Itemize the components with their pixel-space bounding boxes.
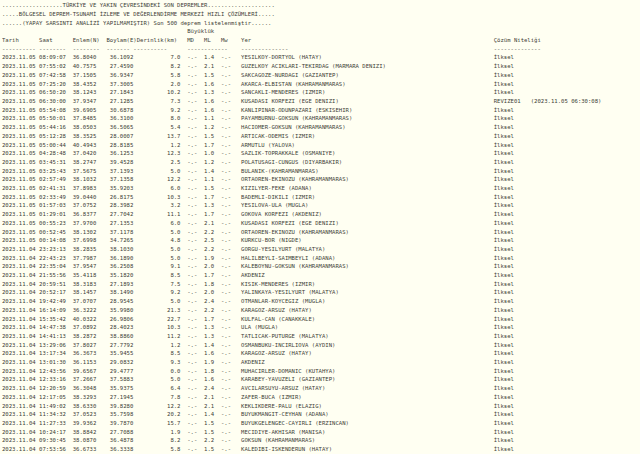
table-row: 2023.11.04 22:43:23 37.7987 36.1890 5.0 …: [2, 253, 640, 262]
table-row: 2023.11.04 12:33:16 37.2667 37.5883 5.0 …: [2, 375, 640, 384]
table-row: 2023.11.05 06:50:20 38.1243 27.1843 10.2…: [2, 88, 640, 97]
table-row: 2023.11.04 21:55:56 35.4118 35.1820 8.5 …: [2, 271, 640, 280]
table-row: 2023.11.04 13:29:06 37.8027 27.7792 1.2 …: [2, 340, 640, 349]
table-row: 2023.11.05 05:12:28 38.3525 28.0007 13.7…: [2, 132, 640, 141]
table-row: 2023.11.04 11:27:33 39.9362 39.7870 15.7…: [2, 419, 640, 428]
table-row: 2023.11.04 22:35:04 37.9547 36.2508 9.1 …: [2, 262, 640, 271]
table-row: 2023.11.04 16:14:09 36.3222 35.9980 21.3…: [2, 306, 640, 315]
table-row: 2023.11.05 05:00:44 40.4943 28.8185 1.2 …: [2, 140, 640, 149]
table-row: 2023.11.04 13:01:30 36.1153 29.0832 9.3 …: [2, 358, 640, 367]
column-header-row: Tarih Saat Enlem(N) Boylam(E)Derinlik(km…: [2, 36, 640, 45]
table-row: 2023.11.05 01:57:03 37.0752 28.3982 3.2 …: [2, 201, 640, 210]
table-row: 2023.11.05 06:30:00 37.9347 27.1285 7.3 …: [2, 97, 640, 106]
table-row: 2023.11.05 05:44:16 38.0503 36.5065 5.4 …: [2, 123, 640, 132]
table-row: 2023.11.05 08:09:07 36.8040 36.1092 7.0 …: [2, 53, 640, 62]
table-row: 2023.11.04 14:41:13 38.2872 38.8860 11.2…: [2, 332, 640, 341]
table-row: 2023.11.04 11:49:02 38.6330 39.8280 12.2…: [2, 401, 640, 410]
table-row: 2023.11.04 07:53:56 36.6733 36.3338 5.8 …: [2, 445, 640, 454]
magnitude-group-label: Büyüklük: [2, 27, 640, 36]
table-row: 2023.11.05 02:57:49 38.1032 37.1358 12.2…: [2, 175, 640, 184]
table-row: 2023.11.04 14:47:38 37.0892 28.4023 10.3…: [2, 323, 640, 332]
table-row: 2023.11.04 11:34:32 37.0523 35.7598 20.2…: [2, 410, 640, 419]
table-row: 2023.11.04 09:30:45 38.0870 36.4878 8.2 …: [2, 436, 640, 445]
table-row: 2023.11.05 00:14:08 37.6998 34.7265 4.8 …: [2, 236, 640, 245]
table-row: 2023.11.05 03:25:43 37.5675 37.1393 5.0 …: [2, 166, 640, 175]
table-row: 2023.11.05 05:50:01 37.8485 36.3100 8.0 …: [2, 114, 640, 123]
table-row: 2023.11.04 12:43:56 39.6567 29.4777 0.0 …: [2, 367, 640, 376]
listing-area: ..................TÜRKİYE VE YAKIN ÇEVRE…: [0, 0, 640, 454]
table-row: 2023.11.04 12:20:59 36.3048 35.9375 6.4 …: [2, 384, 640, 393]
table-row: 2023.11.05 01:29:01 36.8377 27.7042 11.1…: [2, 210, 640, 219]
earthquake-list-page: ..................TÜRKİYE VE YAKIN ÇEVRE…: [0, 0, 640, 454]
table-row: 2023.11.04 12:17:05 38.3293 27.1945 7.8 …: [2, 393, 640, 402]
table-row: 2023.11.04 19:42:49 37.0707 28.9545 5.0 …: [2, 297, 640, 306]
table-row: 2023.11.05 07:25:20 38.4352 37.3005 2.0 …: [2, 79, 640, 88]
table-row: 2023.11.04 15:35:42 40.0322 26.9806 22.7…: [2, 314, 640, 323]
table-row: 2023.11.04 10:24:17 38.8842 27.7088 1.9 …: [2, 427, 640, 436]
table-row: 2023.11.04 23:23:13 38.2835 38.1030 5.0 …: [2, 245, 640, 254]
table-row: 2023.11.05 07:42:58 37.1505 36.9347 5.8 …: [2, 71, 640, 80]
table-row: 2023.11.05 04:28:48 37.0420 36.1253 12.3…: [2, 149, 640, 158]
table-row: 2023.11.04 20:52:17 38.1457 38.1490 9.2 …: [2, 288, 640, 297]
earthquake-rows: 2023.11.05 08:09:07 36.8040 36.1092 7.0 …: [2, 53, 640, 453]
table-row: 2023.11.05 05:54:08 39.6905 30.6878 9.2 …: [2, 105, 640, 114]
table-row: 2023.11.04 13:17:34 36.3673 35.9455 8.5 …: [2, 349, 640, 358]
separator-row: ---------- -------- -------- ------- ---…: [2, 45, 640, 54]
table-row: 2023.11.05 00:52:45 38.1302 37.1178 5.0 …: [2, 227, 640, 236]
table-row: 2023.11.04 20:59:51 38.3183 27.1893 7.5 …: [2, 280, 640, 289]
title-line-3: ......(YAPAY SARSINTI ANALİZİ YAPILMAMIŞ…: [2, 18, 640, 27]
table-row: 2023.11.05 02:41:31 37.8983 35.9203 6.0 …: [2, 184, 640, 193]
table-row: 2023.11.05 03:45:31 38.2747 39.4528 2.5 …: [2, 158, 640, 167]
table-row: 2023.11.05 02:33:49 39.0440 26.8175 10.3…: [2, 192, 640, 201]
title-line-1: ..................TÜRKİYE VE YAKIN ÇEVRE…: [2, 1, 640, 10]
table-row: 2023.11.05 07:55:02 40.7575 27.4590 8.2 …: [2, 62, 640, 71]
title-line-2: .....BÖLGESEL DEPREM-TSUNAMİ İZLEME VE D…: [2, 10, 640, 19]
table-row: 2023.11.05 00:55:23 37.9700 27.1353 6.0 …: [2, 219, 640, 228]
